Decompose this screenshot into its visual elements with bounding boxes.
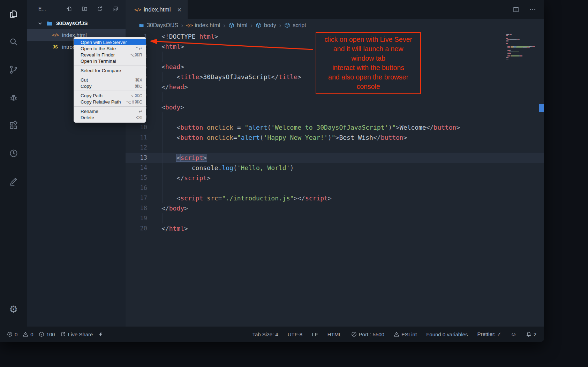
breadcrumb-body[interactable]: body	[256, 22, 276, 29]
vscode-window: ⚙ E... 30DaysOfJS</>index.htmlJSintroduc…	[0, 0, 544, 342]
annotation-note: click on open with Live Severand it will…	[316, 32, 421, 94]
line-number: 20	[126, 223, 147, 234]
menu-item-label: Open in Terminal	[81, 59, 116, 64]
menu-item-reveal-in-finder[interactable]: Reveal in Finder⌥⌘R	[74, 52, 146, 58]
menu-item-copy[interactable]: Copy⌘C	[74, 83, 146, 89]
status-live-server-port[interactable]: Port : 5500	[351, 331, 384, 337]
code-line-8[interactable]: 8<body>	[126, 102, 544, 112]
status-notifications[interactable]: 2	[526, 331, 536, 337]
status-variables[interactable]: Found 0 variables	[426, 331, 468, 337]
menu-item-shortcut: ⌘C	[135, 84, 142, 89]
status-language-mode[interactable]: HTML	[327, 331, 342, 337]
menu-item-select-for-compare[interactable]: Select for Compare	[74, 67, 146, 74]
code-line-13[interactable]: 13 <script>	[126, 153, 544, 163]
overview-ruler-marker[interactable]	[539, 104, 544, 112]
menu-item-shortcut: ⌥⌘C	[130, 93, 142, 98]
activity-search[interactable]	[0, 28, 27, 56]
status-bar-right: Tab Size: 4UTF-8LFHTMLPort : 5500ESLintF…	[252, 331, 536, 337]
code-line-9[interactable]: 9	[126, 112, 544, 122]
breadcrumb-label: html	[237, 22, 247, 29]
new-folder-button[interactable]	[81, 6, 88, 12]
code-line-11[interactable]: 11 <button onclick="alert('Happy New Yea…	[126, 132, 544, 143]
line-number: 15	[126, 173, 147, 183]
status-eslint[interactable]: ESLint	[394, 331, 417, 337]
status-live-server-port-label: Port : 5500	[359, 331, 384, 337]
warning-icon	[394, 331, 399, 337]
status-variables-label: Found 0 variables	[426, 331, 468, 337]
status-errors-label: 0	[15, 331, 17, 337]
status-encoding[interactable]: UTF-8	[288, 331, 303, 337]
tree-item-30daysofjs[interactable]: 30DaysOfJS	[27, 17, 126, 29]
menu-item-label: Copy	[81, 84, 92, 89]
activity-feedback[interactable]	[0, 167, 27, 195]
activity-explorer[interactable]	[0, 0, 27, 28]
status-live-share[interactable]: Live Share	[60, 331, 93, 337]
activity-timeline[interactable]	[0, 139, 27, 167]
breadcrumb-script[interactable]: script	[284, 22, 306, 29]
error-icon	[7, 331, 13, 337]
new-file-button[interactable]	[66, 6, 73, 12]
menu-item-label: Reveal in Finder	[81, 52, 115, 58]
code-line-16[interactable]: 16	[126, 183, 544, 193]
menu-item-cut[interactable]: Cut⌘X	[74, 77, 146, 83]
status-eslint-label: ESLint	[401, 331, 417, 337]
smiley-icon: ☺	[511, 331, 517, 337]
split-editor-button[interactable]	[512, 6, 520, 13]
line-number: 19	[126, 213, 147, 223]
tab-bar: </> index.html ×	[126, 0, 544, 19]
menu-item-open-with-live-server[interactable]: Open with Live Server	[74, 39, 146, 45]
line-number: 17	[126, 193, 147, 203]
activity-source-control[interactable]	[0, 56, 27, 84]
status-prettier[interactable]: Prettier: ✓	[477, 331, 501, 337]
status-tab-size[interactable]: Tab Size: 4	[252, 331, 278, 337]
status-warnings-label: 0	[30, 331, 33, 337]
js-file-icon: JS	[52, 44, 59, 51]
status-info[interactable]: 100	[39, 331, 55, 337]
menu-item-delete[interactable]: Delete⌫	[74, 114, 146, 121]
code-line-19[interactable]: 19	[126, 213, 544, 223]
line-number: 13	[126, 153, 147, 163]
code-line-10[interactable]: 10 <button onclick = "alert('Welcome to …	[126, 122, 544, 132]
tab-index-html[interactable]: </> index.html ×	[126, 0, 188, 19]
status-tab-size-label: Tab Size: 4	[252, 331, 278, 337]
breadcrumb-html[interactable]: html	[228, 22, 247, 29]
search-icon	[9, 37, 18, 47]
close-icon[interactable]: ×	[177, 6, 181, 13]
menu-item-label: Copy Relative Path	[81, 99, 121, 105]
menu-item-shortcut: ⌥⇧⌘C	[126, 99, 142, 105]
code-line-12[interactable]: 12	[126, 143, 544, 153]
status-warnings[interactable]: 0	[23, 331, 33, 337]
warning-icon	[23, 331, 28, 337]
gear-icon: ⚙	[9, 305, 18, 314]
breadcrumb-index-html[interactable]: </>index.html	[186, 22, 220, 29]
menu-item-copy-relative-path[interactable]: Copy Relative Path⌥⇧⌘C	[74, 99, 146, 105]
context-menu: Open with Live ServerOpen to the Side⌃↵R…	[74, 37, 146, 123]
status-errors[interactable]: 0	[7, 331, 17, 337]
menu-item-copy-path[interactable]: Copy Path⌥⌘C	[74, 92, 146, 99]
status-eol[interactable]: LF	[312, 331, 318, 337]
breadcrumb-separator: ›	[181, 22, 183, 29]
status-feedback-smiley[interactable]: ☺	[511, 331, 517, 337]
code-line-20[interactable]: 20</html>	[126, 223, 544, 234]
status-encoding-label: UTF-8	[288, 331, 303, 337]
code-line-15[interactable]: 15 </script>	[126, 173, 544, 183]
breadcrumb-30daysofjs[interactable]: 30DaysOfJS	[138, 22, 178, 29]
code-line-17[interactable]: 17 <script src="./introduction.js"></scr…	[126, 193, 544, 203]
minimap[interactable]	[506, 34, 538, 61]
activity-extensions[interactable]	[0, 112, 27, 139]
annotation-line: console	[318, 82, 419, 91]
menu-item-open-in-terminal[interactable]: Open in Terminal	[74, 58, 146, 64]
status-quick-run[interactable]	[98, 331, 104, 337]
activity-settings[interactable]: ⚙	[0, 299, 27, 327]
menu-item-open-to-the-side[interactable]: Open to the Side⌃↵	[74, 45, 146, 52]
menu-separator	[74, 91, 146, 91]
status-notifications-label: 2	[534, 331, 536, 337]
annotation-line: and it will launch a new	[318, 44, 419, 54]
code-line-14[interactable]: 14 console.log('Hello, World')	[126, 163, 544, 173]
refresh-explorer-button[interactable]	[97, 6, 103, 12]
code-line-18[interactable]: 18</body>	[126, 203, 544, 213]
menu-item-rename[interactable]: Rename↩	[74, 108, 146, 114]
more-actions-button[interactable]	[529, 6, 536, 13]
collapse-folders-button[interactable]	[112, 6, 119, 12]
activity-run-debug[interactable]	[0, 84, 27, 112]
